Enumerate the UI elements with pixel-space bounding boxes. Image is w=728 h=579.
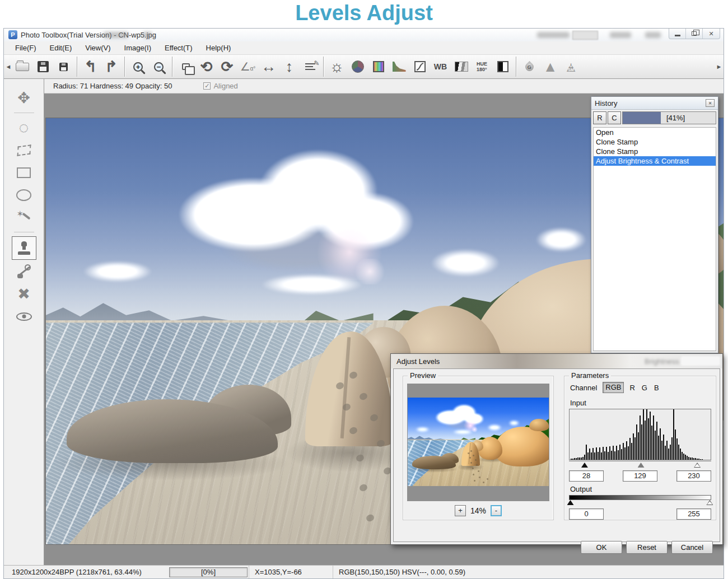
- preview-image: [408, 398, 549, 486]
- rotate-right-button[interactable]: ⟳: [217, 56, 237, 77]
- blur-button[interactable]: G: [519, 56, 540, 77]
- grayscale-button[interactable]: [451, 56, 472, 77]
- cloud: [67, 259, 169, 284]
- color-balance-button[interactable]: [347, 56, 368, 77]
- restore-button[interactable]: [686, 29, 703, 39]
- rotate-angle-button[interactable]: ∠α°: [237, 56, 258, 77]
- input-gray-value[interactable]: 129: [623, 470, 657, 482]
- preview-zoom-in-button[interactable]: +: [455, 505, 466, 516]
- open-button[interactable]: [12, 56, 32, 77]
- lasso-tool[interactable]: ◌: [12, 117, 36, 138]
- rectangle-select-tool[interactable]: [12, 162, 36, 183]
- status-bar: 1920x1200x24BPP (1218x761, 63.44%) [0%] …: [4, 565, 724, 578]
- history-item[interactable]: Clone Stamp: [594, 137, 716, 147]
- brush-options-text: Radius: 71 Hardness: 49 Opacity: 50: [53, 82, 172, 90]
- redo-button[interactable]: ↱: [101, 56, 122, 77]
- history-item[interactable]: Clone Stamp: [594, 147, 716, 156]
- history-close-button[interactable]: ✕: [706, 99, 715, 107]
- history-titlebar[interactable]: History ✕: [591, 97, 718, 110]
- aligned-checkbox[interactable]: ✓: [203, 82, 211, 90]
- input-white-value[interactable]: 230: [676, 470, 711, 482]
- ok-button[interactable]: OK: [581, 541, 622, 554]
- minimize-icon: [675, 35, 680, 36]
- ellipse-select-tool[interactable]: [12, 184, 36, 206]
- polygon-lasso-icon: [17, 144, 31, 156]
- menu-item-image[interactable]: Image(I): [118, 42, 158, 54]
- menu-bar: File(F)Edit(E)View(V)Image(I)Effect(T)He…: [4, 41, 724, 55]
- rotate-left-button[interactable]: ⟲: [196, 56, 217, 77]
- save-button[interactable]: [32, 56, 53, 77]
- toolbar-separator: [323, 57, 324, 77]
- menu-item-help[interactable]: Help(H): [199, 42, 238, 54]
- cursor-coords: X=1035,Y=-66: [249, 566, 333, 578]
- curves-button[interactable]: [409, 56, 430, 77]
- save-as-button[interactable]: [53, 56, 74, 77]
- window-title: Photo Toolbox(Trial Version) - CN-wp5.jp…: [21, 31, 156, 39]
- brightness-contrast-button[interactable]: ☼: [326, 56, 347, 77]
- toolbar-scroll-right[interactable]: ►: [716, 63, 722, 70]
- dialog-artifact: [681, 356, 720, 366]
- clone-stamp-tool[interactable]: [12, 236, 36, 260]
- magic-wand-icon: ✶: [17, 210, 31, 225]
- input-black-value[interactable]: 28: [569, 470, 604, 482]
- zoom-in-button[interactable]: +: [128, 56, 148, 77]
- sharpen-icon: ▲: [543, 58, 558, 76]
- red-eye-tool[interactable]: [12, 306, 36, 327]
- menu-item-effect[interactable]: Effect(T): [158, 42, 199, 54]
- reset-button[interactable]: Reset: [626, 541, 668, 554]
- cancel-button[interactable]: Cancel: [671, 541, 713, 554]
- channel-rgb-button[interactable]: RGB: [603, 382, 624, 393]
- toolbar-scroll-left[interactable]: ◄: [5, 63, 12, 70]
- crop-button[interactable]: [175, 56, 196, 77]
- input-black-slider[interactable]: [581, 463, 588, 468]
- channel-b-option[interactable]: B: [654, 384, 659, 392]
- white-balance-button[interactable]: WB: [430, 56, 451, 77]
- zoom-out-button[interactable]: −: [148, 56, 169, 77]
- aligned-option[interactable]: ✓ Aligned: [203, 82, 237, 90]
- menu-item-edit[interactable]: Edit(E): [43, 42, 79, 54]
- channel-row: Channel RGB R G B: [570, 382, 710, 393]
- move-tool[interactable]: ✥: [12, 87, 36, 109]
- history-clear-button[interactable]: C: [608, 111, 621, 124]
- close-button[interactable]: ✕: [703, 29, 720, 39]
- color-replace-tool[interactable]: [12, 261, 36, 282]
- history-redo-button[interactable]: R: [593, 111, 606, 124]
- history-item[interactable]: Adjust Brightness & Contrast: [594, 156, 716, 166]
- parameters-group: Parameters Channel RGB R G B Input 28 12…: [564, 376, 716, 520]
- undo-button[interactable]: ↰: [80, 56, 101, 77]
- minimize-button[interactable]: [669, 29, 686, 39]
- ellipse-select-icon: [16, 189, 31, 201]
- healing-patch-tool[interactable]: ✖: [12, 283, 36, 305]
- preview-zoom-out-button[interactable]: -: [491, 505, 502, 516]
- output-white-value[interactable]: 255: [676, 508, 711, 520]
- history-item[interactable]: Open: [594, 128, 716, 137]
- hue-saturation-button[interactable]: [368, 56, 389, 77]
- channel-g-option[interactable]: G: [642, 384, 647, 392]
- input-slider-track: [569, 461, 711, 468]
- hue-180-button[interactable]: HUE180°: [472, 56, 492, 77]
- resize-button[interactable]: ✎: [300, 56, 320, 77]
- output-black-value[interactable]: 0: [569, 508, 604, 520]
- unsharp-mask-button[interactable]: ▲USM: [561, 56, 581, 77]
- menu-item-file[interactable]: File(F): [8, 42, 43, 54]
- output-white-slider[interactable]: [706, 500, 713, 505]
- preview-area: [407, 384, 549, 501]
- zoom-out-icon: −: [154, 62, 164, 72]
- menu-item-view[interactable]: View(V): [78, 42, 117, 54]
- sharpen-button[interactable]: ▲: [540, 56, 561, 77]
- crop-icon: [182, 63, 190, 70]
- levels-button[interactable]: [389, 56, 409, 77]
- cloud: [412, 427, 433, 432]
- input-white-slider[interactable]: [694, 463, 701, 468]
- save-as-icon: [59, 63, 68, 71]
- flip-vertical-button[interactable]: ↕: [279, 56, 300, 77]
- flip-horizontal-button[interactable]: ↔: [258, 56, 279, 77]
- history-toolbar: R C [41%]: [591, 110, 718, 125]
- threshold-button[interactable]: [492, 56, 513, 77]
- magic-wand-tool[interactable]: ✶: [12, 207, 36, 228]
- channel-r-option[interactable]: R: [629, 384, 634, 392]
- polygon-lasso-tool[interactable]: [12, 139, 36, 161]
- input-gray-slider[interactable]: [638, 463, 645, 468]
- output-black-slider[interactable]: [567, 500, 574, 505]
- dialog-titlebar[interactable]: Adjust Levels Brightness: [391, 354, 722, 368]
